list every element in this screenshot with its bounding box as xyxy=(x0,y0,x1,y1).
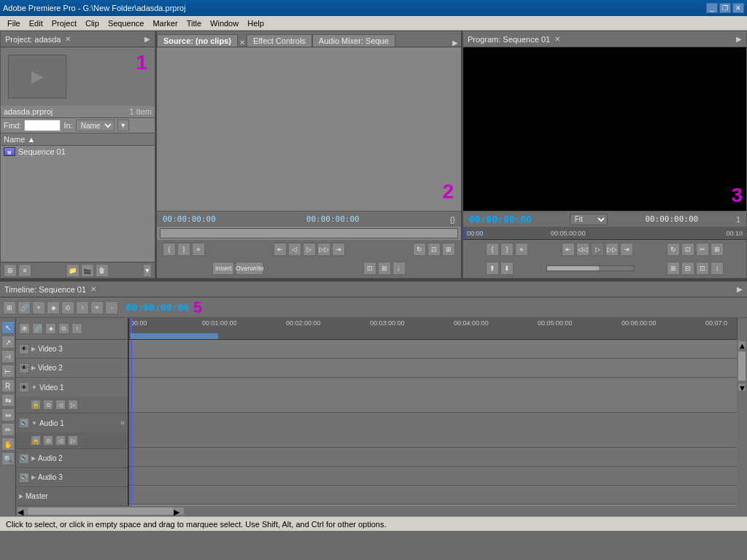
audio1-sync[interactable]: ⊙ xyxy=(43,435,53,446)
prog-export[interactable]: ⊞ xyxy=(711,243,724,256)
menu-marker[interactable]: Marker xyxy=(148,18,182,29)
menu-sequence[interactable]: Sequence xyxy=(104,18,149,29)
audio1-expand[interactable]: ▼ xyxy=(31,420,37,427)
restore-button[interactable]: ❐ xyxy=(719,3,731,13)
prog-safe[interactable]: ⊡ xyxy=(681,243,694,256)
scroll-up-btn[interactable]: ▲ xyxy=(738,341,746,349)
program-panel-menu[interactable]: ▶ xyxy=(736,35,742,43)
video1-add[interactable]: ◁ xyxy=(55,400,66,410)
lane-video3[interactable] xyxy=(129,340,737,359)
timeline-add-track[interactable]: + xyxy=(32,301,45,314)
audio1-lock[interactable]: 🔒 xyxy=(31,435,41,446)
source-btn-extra3[interactable]: ↓ xyxy=(392,262,406,275)
source-btn-extra2[interactable]: ⊞ xyxy=(378,262,391,275)
lane-audio3[interactable] xyxy=(129,467,737,486)
tab-source[interactable]: Source: (no clips) xyxy=(157,34,238,47)
prog-lift[interactable]: ⬆ xyxy=(486,262,499,275)
project-sequence-item[interactable]: ▦ Sequence 01 xyxy=(1,146,155,158)
prog-go-in[interactable]: ⇤ xyxy=(562,243,575,256)
audio1-sub[interactable]: ▷ xyxy=(68,435,78,446)
tool-select[interactable]: ↖ xyxy=(1,321,15,334)
source-panel-menu[interactable]: ▶ xyxy=(452,39,461,47)
menu-project[interactable]: Project xyxy=(47,18,81,29)
project-icon-btn-1[interactable]: ⊞ xyxy=(4,264,17,277)
prog-mark-out[interactable]: } xyxy=(500,243,514,256)
prog-btn1[interactable]: ⊞ xyxy=(667,262,680,275)
program-volume-slider[interactable] xyxy=(546,265,634,271)
project-scroll-down[interactable]: ▼ xyxy=(143,264,152,277)
prog-extract[interactable]: ⬇ xyxy=(500,262,514,275)
audio2-expand[interactable]: ▶ xyxy=(31,455,36,462)
audio3-mute[interactable]: 🔊 xyxy=(19,472,29,483)
project-panel-menu[interactable]: ▶ xyxy=(144,35,150,43)
lane-audio2[interactable] xyxy=(129,448,737,467)
close-button[interactable]: ✕ xyxy=(732,3,744,13)
menu-window[interactable]: Window xyxy=(206,18,243,29)
video1-lock[interactable]: 🔒 xyxy=(31,400,41,410)
menu-title[interactable]: Title xyxy=(182,18,206,29)
project-icon-btn-2[interactable]: ≡ xyxy=(18,264,31,277)
lane-video2[interactable] xyxy=(129,359,737,378)
tool-track-select[interactable]: ↗ xyxy=(1,335,15,349)
tl-mark[interactable]: ⊙ xyxy=(58,323,69,334)
tool-ripple[interactable]: ⊣ xyxy=(1,350,15,363)
timeline-mark-btn[interactable]: ◈ xyxy=(47,301,60,314)
project-panel-close[interactable]: ✕ xyxy=(65,35,71,43)
source-go-out[interactable]: ⇥ xyxy=(332,243,345,256)
find-input[interactable] xyxy=(24,120,61,131)
source-play[interactable]: ▷ xyxy=(303,243,316,256)
menu-file[interactable]: File xyxy=(3,18,25,29)
source-step-fwd[interactable]: ▷▷ xyxy=(317,243,330,256)
timeline-hscrollbar[interactable]: ◀ ▶ xyxy=(16,506,747,516)
prog-btn2[interactable]: ⊟ xyxy=(681,262,694,275)
source-insert[interactable]: Insert xyxy=(212,262,234,275)
source-output[interactable]: ⊞ xyxy=(442,243,455,256)
scroll-thumb[interactable] xyxy=(738,351,746,381)
hscroll-right[interactable]: ▶ xyxy=(174,508,184,515)
timeline-snap-btn[interactable]: ⊞ xyxy=(3,301,16,314)
prog-btn4[interactable]: ↕ xyxy=(711,262,724,275)
video1-sub[interactable]: ▷ xyxy=(68,400,78,410)
source-mark-in[interactable]: { xyxy=(163,243,176,256)
source-btn-extra1[interactable]: ⊡ xyxy=(363,262,376,275)
prog-mark-clip[interactable]: ⋄ xyxy=(515,243,528,256)
scroll-down-btn[interactable]: ▼ xyxy=(738,384,746,391)
source-mark-out[interactable]: } xyxy=(177,243,190,256)
tool-rate[interactable]: R xyxy=(1,379,15,392)
tl-link[interactable]: 🔗 xyxy=(32,323,43,334)
minimize-button[interactable]: _ xyxy=(706,3,718,13)
tool-slide[interactable]: ⇔ xyxy=(1,408,15,421)
menu-help[interactable]: Help xyxy=(243,18,268,29)
timeline-lift-btn[interactable]: ↑ xyxy=(76,301,89,314)
in-select[interactable]: Name Label xyxy=(76,120,115,131)
prog-go-out[interactable]: ⇥ xyxy=(620,243,633,256)
lane-master[interactable] xyxy=(129,486,737,505)
source-mark-clip[interactable]: ⋄ xyxy=(192,243,205,256)
master-expand[interactable]: ▶ xyxy=(19,493,23,499)
tool-slip[interactable]: ⇆ xyxy=(1,394,15,407)
prog-trim[interactable]: ✂ xyxy=(696,243,709,256)
timeline-timecode[interactable]: 00:00:00:00 xyxy=(126,302,189,313)
program-fit-select[interactable]: Fit 25% 50% 100% xyxy=(570,214,608,225)
project-new-bin[interactable]: 📁 xyxy=(66,264,80,277)
source-loop[interactable]: ↻ xyxy=(413,243,426,256)
source-safe[interactable]: ⊡ xyxy=(427,243,441,256)
source-step-back[interactable]: ◁ xyxy=(288,243,301,256)
timeline-menu[interactable]: ▶ xyxy=(737,285,743,293)
timeline-zoom-out[interactable]: - xyxy=(105,301,118,314)
hscroll-left[interactable]: ◀ xyxy=(18,508,28,515)
timeline-scrollbar-right[interactable]: ▲ ▼ xyxy=(737,340,747,506)
tl-lift2[interactable]: ↑ xyxy=(71,323,82,334)
program-panel-close[interactable]: ✕ xyxy=(554,35,560,43)
timeline-link-btn[interactable]: 🔗 xyxy=(18,301,31,314)
source-overwrite[interactable]: Overwrite xyxy=(236,262,263,275)
tab-effect-controls[interactable]: Effect Controls xyxy=(247,34,312,47)
video1-eye[interactable]: 👁 xyxy=(19,382,29,392)
lane-audio1[interactable] xyxy=(129,413,737,448)
tl-snap[interactable]: ⊞ xyxy=(19,323,30,334)
tool-zoom[interactable]: 🔍 xyxy=(1,452,15,465)
prog-step-back[interactable]: ◁◁ xyxy=(576,243,589,256)
timeline-zoom-in[interactable]: + xyxy=(90,301,104,314)
video3-expand[interactable]: ▶ xyxy=(31,346,36,352)
video2-eye[interactable]: 👁 xyxy=(19,363,29,373)
